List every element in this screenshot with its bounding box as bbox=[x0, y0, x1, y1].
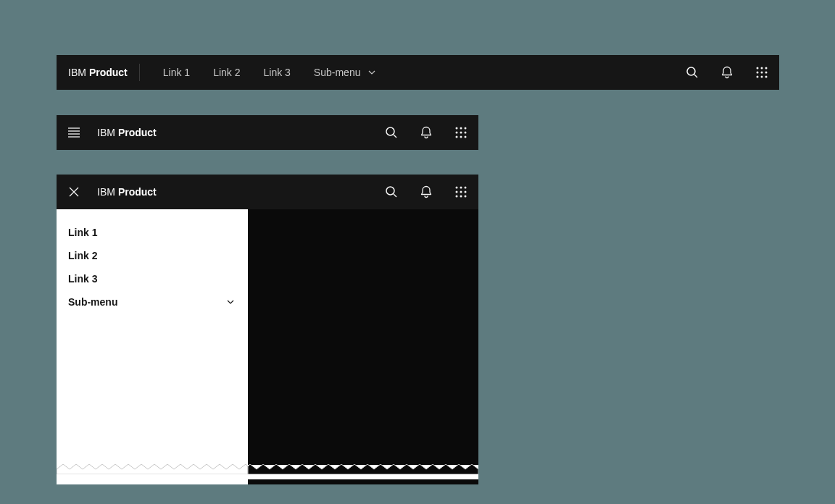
expanded-panel: Link 1 Link 2 Link 3 Sub-menu bbox=[57, 209, 478, 484]
brand-prefix: IBM bbox=[97, 127, 115, 138]
svg-point-38 bbox=[465, 196, 467, 198]
svg-point-21 bbox=[460, 132, 462, 134]
svg-point-0 bbox=[687, 67, 695, 75]
side-menu-link-3[interactable]: Link 3 bbox=[57, 267, 248, 290]
brand-name: Product bbox=[89, 67, 128, 78]
content-area bbox=[248, 209, 478, 484]
svg-point-22 bbox=[465, 132, 467, 134]
notification-button[interactable] bbox=[409, 175, 444, 209]
app-switcher-icon bbox=[454, 185, 468, 199]
bell-icon bbox=[419, 185, 433, 199]
svg-point-5 bbox=[757, 72, 759, 74]
svg-point-24 bbox=[460, 136, 462, 138]
nav-submenu-label: Sub-menu bbox=[314, 67, 361, 78]
nav-link-3[interactable]: Link 3 bbox=[252, 55, 302, 90]
svg-point-19 bbox=[465, 127, 467, 130]
svg-point-25 bbox=[465, 136, 467, 138]
svg-line-1 bbox=[694, 75, 697, 77]
app-switcher-icon bbox=[755, 65, 769, 80]
svg-point-33 bbox=[456, 191, 458, 193]
brand-prefix: IBM bbox=[97, 186, 115, 198]
svg-point-28 bbox=[386, 187, 394, 195]
svg-point-20 bbox=[456, 132, 458, 134]
app-switcher-button[interactable] bbox=[444, 115, 478, 150]
svg-point-37 bbox=[460, 196, 462, 198]
app-switcher-button[interactable] bbox=[444, 175, 478, 209]
svg-point-10 bbox=[765, 76, 768, 78]
nav-link-1[interactable]: Link 1 bbox=[151, 55, 202, 90]
bell-icon bbox=[419, 125, 433, 140]
chevron-down-icon bbox=[225, 296, 236, 308]
menu-toggle-button[interactable] bbox=[57, 115, 91, 150]
nav-link-2[interactable]: Link 2 bbox=[202, 55, 252, 90]
close-icon bbox=[67, 185, 81, 199]
brand-name: Product bbox=[118, 127, 157, 138]
svg-point-3 bbox=[761, 67, 763, 70]
brand-name: Product bbox=[118, 186, 157, 198]
action-group bbox=[374, 175, 478, 209]
search-button[interactable] bbox=[675, 55, 710, 90]
torn-edge bbox=[57, 465, 478, 479]
search-icon bbox=[384, 125, 399, 140]
side-menu: Link 1 Link 2 Link 3 Sub-menu bbox=[57, 209, 248, 484]
brand[interactable]: IBM Product bbox=[91, 127, 168, 138]
svg-point-15 bbox=[386, 127, 394, 135]
app-switcher-button[interactable] bbox=[744, 55, 779, 90]
nav-submenu[interactable]: Sub-menu bbox=[302, 55, 390, 90]
bell-icon bbox=[720, 65, 734, 80]
side-menu-link-1[interactable]: Link 1 bbox=[57, 221, 248, 244]
side-menu-label: Link 1 bbox=[68, 227, 97, 238]
svg-point-8 bbox=[757, 76, 759, 78]
hamburger-icon bbox=[67, 125, 81, 140]
svg-point-23 bbox=[456, 136, 458, 138]
search-button[interactable] bbox=[374, 115, 409, 150]
svg-point-2 bbox=[757, 67, 759, 70]
svg-point-35 bbox=[465, 191, 467, 193]
action-group bbox=[374, 115, 478, 150]
menu-close-button[interactable] bbox=[57, 175, 91, 209]
header-narrow-collapsed: IBM Product bbox=[57, 115, 478, 150]
header-narrow-expanded: IBM Product bbox=[57, 175, 478, 209]
brand-prefix: IBM bbox=[68, 67, 86, 78]
brand[interactable]: IBM Product bbox=[91, 186, 168, 198]
svg-point-30 bbox=[456, 187, 458, 189]
header-wide: IBM Product Link 1 Link 2 Link 3 Sub-men… bbox=[57, 55, 779, 90]
search-button[interactable] bbox=[374, 175, 409, 209]
side-menu-label: Link 3 bbox=[68, 273, 97, 285]
svg-line-16 bbox=[394, 135, 396, 138]
side-menu-submenu-label: Sub-menu bbox=[68, 296, 117, 308]
divider bbox=[139, 64, 140, 81]
svg-point-7 bbox=[765, 72, 768, 74]
svg-point-18 bbox=[460, 127, 462, 130]
search-icon bbox=[384, 185, 399, 199]
svg-point-32 bbox=[465, 187, 467, 189]
notification-button[interactable] bbox=[710, 55, 744, 90]
side-menu-link-2[interactable]: Link 2 bbox=[57, 244, 248, 267]
search-icon bbox=[685, 65, 699, 80]
brand[interactable]: IBM Product bbox=[57, 67, 139, 78]
app-switcher-icon bbox=[454, 125, 468, 140]
svg-point-34 bbox=[460, 191, 462, 193]
svg-line-29 bbox=[394, 194, 396, 197]
side-menu-submenu[interactable]: Sub-menu bbox=[57, 290, 248, 314]
svg-point-6 bbox=[761, 72, 763, 74]
svg-point-31 bbox=[460, 187, 462, 189]
action-group bbox=[675, 55, 779, 90]
svg-point-4 bbox=[765, 67, 768, 70]
svg-point-9 bbox=[761, 76, 763, 78]
notification-button[interactable] bbox=[409, 115, 444, 150]
svg-point-17 bbox=[456, 127, 458, 130]
nav: Link 1 Link 2 Link 3 Sub-menu bbox=[151, 55, 390, 90]
svg-point-36 bbox=[456, 196, 458, 198]
chevron-down-icon bbox=[366, 67, 378, 78]
side-menu-label: Link 2 bbox=[68, 250, 97, 261]
